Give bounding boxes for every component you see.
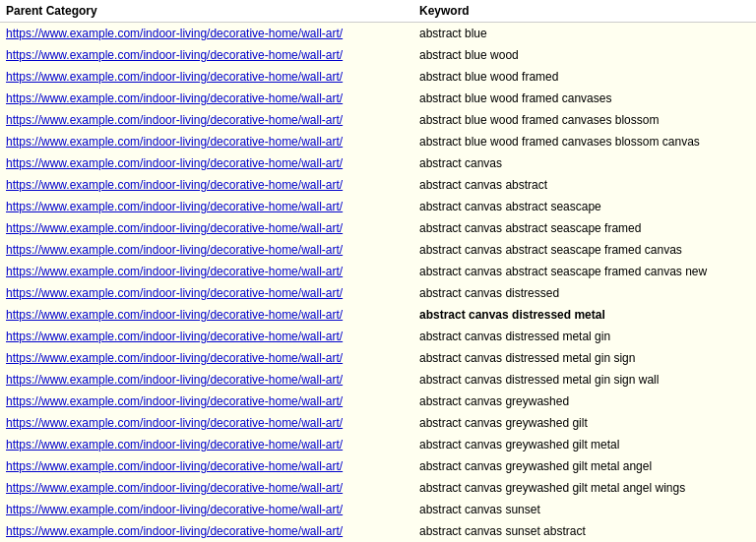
keyword-cell: abstract canvas abstract <box>413 174 756 196</box>
keyword-cell: abstract canvas abstract seascape framed… <box>413 239 756 261</box>
keyword-cell: abstract canvas greywashed <box>413 391 756 412</box>
keyword-cell: abstract canvas distressed metal gin sig… <box>413 369 756 391</box>
url-cell[interactable]: https://www.example.com/indoor-living/de… <box>0 477 413 499</box>
keyword-cell: abstract canvas greywashed gilt metal an… <box>413 455 756 477</box>
url-cell[interactable]: https://www.example.com/indoor-living/de… <box>0 261 413 282</box>
url-cell[interactable]: https://www.example.com/indoor-living/de… <box>0 326 413 347</box>
url-cell[interactable]: https://www.example.com/indoor-living/de… <box>0 66 413 88</box>
table-row: https://www.example.com/indoor-living/de… <box>0 196 756 217</box>
table-row: https://www.example.com/indoor-living/de… <box>0 391 756 412</box>
table-row: https://www.example.com/indoor-living/de… <box>0 152 756 174</box>
keyword-cell: abstract canvas greywashed gilt metal an… <box>413 477 756 499</box>
url-cell[interactable]: https://www.example.com/indoor-living/de… <box>0 412 413 434</box>
table-row: https://www.example.com/indoor-living/de… <box>0 499 756 520</box>
keyword-cell: abstract canvas distressed <box>413 282 756 304</box>
table-row: https://www.example.com/indoor-living/de… <box>0 88 756 109</box>
keyword-cell: abstract blue wood framed canvases <box>413 88 756 109</box>
keyword-cell: abstract blue wood framed <box>413 66 756 88</box>
table-row: https://www.example.com/indoor-living/de… <box>0 261 756 282</box>
url-cell[interactable]: https://www.example.com/indoor-living/de… <box>0 152 413 174</box>
url-cell[interactable]: https://www.example.com/indoor-living/de… <box>0 131 413 152</box>
highlighted-text: abstract canvas distressed metal <box>419 308 605 322</box>
url-cell[interactable]: https://www.example.com/indoor-living/de… <box>0 174 413 196</box>
table-row: https://www.example.com/indoor-living/de… <box>0 282 756 304</box>
url-cell[interactable]: https://www.example.com/indoor-living/de… <box>0 239 413 261</box>
keyword-cell: abstract canvas greywashed gilt metal <box>413 434 756 455</box>
keyword-header: Keyword <box>413 0 756 23</box>
keyword-cell: abstract canvas abstract seascape framed <box>413 217 756 239</box>
url-cell[interactable]: https://www.example.com/indoor-living/de… <box>0 434 413 455</box>
table-row: https://www.example.com/indoor-living/de… <box>0 109 756 131</box>
keyword-cell: abstract canvas distressed metal gin <box>413 326 756 347</box>
keyword-cell: abstract blue wood <box>413 44 756 66</box>
keyword-cell: abstract canvas abstract seascape <box>413 196 756 217</box>
url-cell[interactable]: https://www.example.com/indoor-living/de… <box>0 499 413 520</box>
table-row: https://www.example.com/indoor-living/de… <box>0 412 756 434</box>
keyword-cell: abstract blue wood framed canvases bloss… <box>413 109 756 131</box>
table-row: https://www.example.com/indoor-living/de… <box>0 217 756 239</box>
url-cell[interactable]: https://www.example.com/indoor-living/de… <box>0 520 413 542</box>
url-cell[interactable]: https://www.example.com/indoor-living/de… <box>0 88 413 109</box>
table-row: https://www.example.com/indoor-living/de… <box>0 23 756 45</box>
url-cell[interactable]: https://www.example.com/indoor-living/de… <box>0 347 413 369</box>
table-row: https://www.example.com/indoor-living/de… <box>0 174 756 196</box>
keyword-cell: abstract canvas sunset abstract <box>413 520 756 542</box>
table-row: https://www.example.com/indoor-living/de… <box>0 239 756 261</box>
keyword-cell: abstract blue <box>413 23 756 45</box>
table-row: https://www.example.com/indoor-living/de… <box>0 131 756 152</box>
url-cell[interactable]: https://www.example.com/indoor-living/de… <box>0 304 413 326</box>
url-cell[interactable]: https://www.example.com/indoor-living/de… <box>0 196 413 217</box>
table-row: https://www.example.com/indoor-living/de… <box>0 520 756 542</box>
keyword-cell: abstract blue wood framed canvases bloss… <box>413 131 756 152</box>
keyword-table: Parent Category Keyword https://www.exam… <box>0 0 756 542</box>
url-cell[interactable]: https://www.example.com/indoor-living/de… <box>0 109 413 131</box>
table-row: https://www.example.com/indoor-living/de… <box>0 477 756 499</box>
table-row: https://www.example.com/indoor-living/de… <box>0 304 756 326</box>
url-cell[interactable]: https://www.example.com/indoor-living/de… <box>0 44 413 66</box>
url-cell[interactable]: https://www.example.com/indoor-living/de… <box>0 455 413 477</box>
url-cell[interactable]: https://www.example.com/indoor-living/de… <box>0 217 413 239</box>
keyword-cell: abstract canvas sunset <box>413 499 756 520</box>
keyword-cell: abstract canvas greywashed gilt <box>413 412 756 434</box>
keyword-cell: abstract canvas <box>413 152 756 174</box>
table-row: https://www.example.com/indoor-living/de… <box>0 347 756 369</box>
table-row: https://www.example.com/indoor-living/de… <box>0 66 756 88</box>
table-row: https://www.example.com/indoor-living/de… <box>0 455 756 477</box>
url-cell[interactable]: https://www.example.com/indoor-living/de… <box>0 23 413 45</box>
parent-category-header: Parent Category <box>0 0 413 23</box>
keyword-cell: abstract canvas distressed metal <box>413 304 756 326</box>
url-cell[interactable]: https://www.example.com/indoor-living/de… <box>0 391 413 412</box>
table-row: https://www.example.com/indoor-living/de… <box>0 434 756 455</box>
keyword-cell: abstract canvas abstract seascape framed… <box>413 261 756 282</box>
url-cell[interactable]: https://www.example.com/indoor-living/de… <box>0 282 413 304</box>
table-row: https://www.example.com/indoor-living/de… <box>0 44 756 66</box>
table-row: https://www.example.com/indoor-living/de… <box>0 326 756 347</box>
keyword-cell: abstract canvas distressed metal gin sig… <box>413 347 756 369</box>
url-cell[interactable]: https://www.example.com/indoor-living/de… <box>0 369 413 391</box>
table-row: https://www.example.com/indoor-living/de… <box>0 369 756 391</box>
